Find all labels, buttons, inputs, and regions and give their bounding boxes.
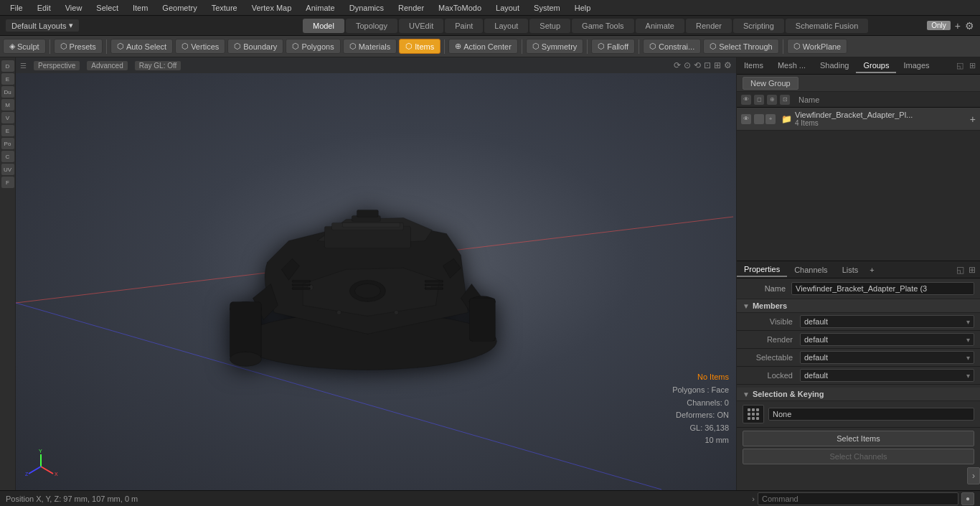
vp-expand-icon[interactable]: ⊞ — [714, 60, 721, 70]
add-layout-icon[interactable]: + — [955, 20, 961, 32]
falloff-button[interactable]: ⬡ Falloff — [591, 39, 635, 54]
action-center-button[interactable]: ⊕ Action Center — [448, 39, 518, 54]
visible-label: Visible — [743, 317, 800, 326]
props-expand-icon[interactable]: ◱ — [955, 263, 966, 276]
props-grid-icon[interactable]: ⊞ — [967, 263, 977, 276]
render-select[interactable]: default ▾ — [800, 333, 974, 346]
vp-pan-icon[interactable]: ⟲ — [694, 60, 701, 70]
selection-toggle[interactable]: ▼ — [743, 390, 750, 398]
groups-list-header: 👁 ◻ ⊕ ⊡ Name — [737, 92, 980, 108]
left-tool-2[interactable]: E — [1, 73, 14, 85]
group-eye-icon[interactable]: 👁 — [741, 114, 751, 124]
select-items-button[interactable]: Select Items — [743, 431, 974, 446]
ray-gl-btn[interactable]: Ray GL: Off — [135, 61, 182, 70]
group-render-icon[interactable] — [754, 114, 764, 124]
tab-render[interactable]: Render — [686, 19, 732, 33]
boundary-button[interactable]: ⬡ Boundary — [227, 39, 283, 54]
command-exec-button[interactable]: ● — [961, 492, 974, 505]
workplane-button[interactable]: ⬡ WorkPlane — [787, 39, 848, 54]
tab-scripting[interactable]: Scripting — [733, 19, 784, 33]
vp-zoom-icon[interactable]: ⊙ — [684, 60, 691, 70]
left-tool-4[interactable]: M — [1, 99, 14, 111]
menu-file[interactable]: File — [4, 2, 29, 14]
menu-view[interactable]: View — [60, 2, 88, 14]
left-tool-6[interactable]: E — [1, 125, 14, 136]
viewport-canvas[interactable]: No Items Polygons : Face Channels: 0 Def… — [16, 73, 736, 490]
polygons-button[interactable]: ⬡ Polygons — [286, 39, 340, 54]
arrow-button[interactable]: › — [967, 467, 980, 484]
left-tool-9[interactable]: UV — [1, 164, 14, 175]
settings-icon[interactable]: ⚙ — [965, 20, 974, 32]
items-button[interactable]: ⬡ Items — [399, 39, 440, 54]
menu-item[interactable]: Item — [127, 2, 154, 14]
menu-maxtomode[interactable]: MaxToModo — [433, 2, 487, 14]
menu-animate[interactable]: Animate — [300, 2, 340, 14]
select-channels-button[interactable]: Select Channels — [743, 449, 974, 464]
vertices-button[interactable]: ⬡ Vertices — [175, 39, 225, 54]
materials-button[interactable]: ⬡ Materials — [343, 39, 397, 54]
props-tab-properties[interactable]: Properties — [737, 263, 787, 277]
sculpt-button[interactable]: ◈ Sculpt — [3, 39, 46, 54]
command-toggle[interactable]: › — [752, 495, 755, 503]
advanced-btn[interactable]: Advanced — [87, 61, 127, 70]
menu-help[interactable]: Help — [569, 2, 597, 14]
visible-select[interactable]: default ▾ — [800, 315, 974, 328]
menu-system[interactable]: System — [528, 2, 566, 14]
tab-topology[interactable]: Topology — [346, 19, 397, 33]
props-tab-lists[interactable]: Lists — [835, 263, 866, 276]
menu-geometry[interactable]: Geometry — [156, 2, 202, 14]
props-tab-channels[interactable]: Channels — [787, 263, 834, 276]
menu-render[interactable]: Render — [392, 2, 430, 14]
tab-items[interactable]: Items — [737, 59, 771, 73]
presets-button[interactable]: ⬡ Presets — [54, 39, 103, 54]
left-tool-8[interactable]: C — [1, 151, 14, 162]
tab-images[interactable]: Images — [896, 59, 936, 73]
tab-groups[interactable]: Groups — [856, 59, 896, 73]
tab-game-tools[interactable]: Game Tools — [572, 19, 634, 33]
add-tab-button[interactable]: + — [865, 263, 878, 276]
new-group-button[interactable]: New Group — [743, 77, 798, 90]
left-tool-3[interactable]: Du — [1, 86, 14, 98]
tab-paint[interactable]: Paint — [445, 19, 483, 33]
name-input[interactable] — [791, 282, 974, 295]
menu-layout[interactable]: Layout — [490, 2, 525, 14]
group-list-item[interactable]: 👁 + 📁 Viewfinder_Bracket_Adapter_Pl... 4… — [737, 108, 980, 131]
viewport[interactable]: ☰ Perspective Advanced Ray GL: Off ⟳ ⊙ ⟲… — [16, 57, 736, 490]
menu-texture[interactable]: Texture — [206, 2, 243, 14]
tab-shading[interactable]: Shading — [813, 59, 856, 73]
layouts-dropdown[interactable]: Default Layouts ▾ — [6, 19, 79, 32]
auto-select-button[interactable]: ⬡ Auto Select — [110, 39, 173, 54]
vp-rotate-icon[interactable]: ⟳ — [674, 60, 681, 70]
command-input[interactable] — [758, 492, 958, 505]
left-tool-10[interactable]: F — [1, 177, 14, 188]
menu-select[interactable]: Select — [90, 2, 124, 14]
select-through-button[interactable]: ⬡ Select Through — [703, 39, 778, 54]
vp-settings-icon[interactable]: ⚙ — [724, 60, 732, 70]
perspective-btn[interactable]: Perspective — [34, 61, 80, 70]
tab-uvedit[interactable]: UVEdit — [399, 19, 443, 33]
group-add-icon[interactable]: + — [970, 113, 976, 125]
menu-vertex-map[interactable]: Vertex Map — [246, 2, 298, 14]
locked-select[interactable]: default ▾ — [800, 369, 974, 382]
selectable-select[interactable]: default ▾ — [800, 351, 974, 364]
tab-mesh[interactable]: Mesh ... — [771, 59, 813, 73]
symmetry-button[interactable]: ⬡ Symmetry — [526, 39, 584, 54]
left-tool-7[interactable]: Po — [1, 138, 14, 149]
menu-edit[interactable]: Edit — [32, 2, 57, 14]
panel-expand-icon[interactable]: ◱ — [955, 60, 965, 72]
menu-dynamics[interactable]: Dynamics — [344, 2, 390, 14]
tab-schematic-fusion[interactable]: Schematic Fusion — [786, 19, 868, 33]
viewport-menu-icon[interactable]: ☰ — [20, 62, 27, 70]
constraints-button[interactable]: ⬡ Constrai... — [643, 39, 701, 54]
panel-grid-icon[interactable]: ⊞ — [968, 60, 977, 72]
tab-model[interactable]: Model — [303, 19, 344, 33]
none-icon-button[interactable] — [743, 405, 764, 423]
tab-setup[interactable]: Setup — [529, 19, 570, 33]
members-toggle[interactable]: ▼ — [743, 302, 750, 310]
left-tool-5[interactable]: V — [1, 112, 14, 123]
tab-animate[interactable]: Animate — [636, 19, 684, 33]
tab-layout[interactable]: Layout — [484, 19, 528, 33]
vp-fit-icon[interactable]: ⊡ — [704, 60, 711, 70]
left-tool-1[interactable]: D — [1, 60, 14, 72]
group-extra-icon[interactable]: + — [765, 114, 776, 124]
